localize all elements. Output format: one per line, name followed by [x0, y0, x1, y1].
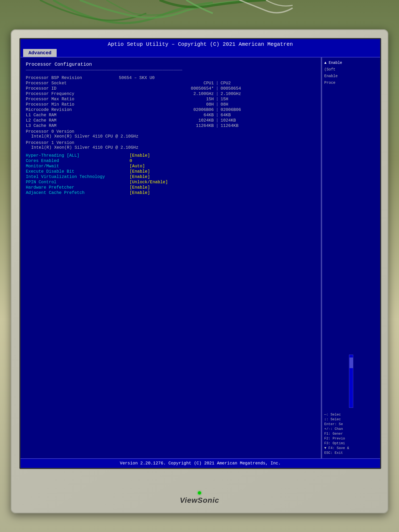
- sidebar-help: ▲ Enable (Soft Enable Proce: [324, 60, 378, 354]
- label-adj-cache: Adjacent Cache Prefetch: [26, 190, 127, 195]
- label-l2: L2 Cache RAM: [26, 118, 116, 123]
- cpu1-l3: 11264KB: [119, 123, 214, 128]
- viewsonic-logo: ViewSonic: [11, 496, 388, 505]
- bios-footer: Version 2.20.1276. Copyright (C) 2021 Am…: [20, 458, 380, 468]
- cpu2-minratio: 08H: [221, 102, 315, 107]
- key-row-esc: ESC: Exit: [324, 451, 378, 455]
- info-row-bsp: Processor BSP Revision 50654 – SKX U0: [26, 76, 315, 80]
- sidebar-help-4: Proce: [324, 80, 378, 86]
- wires-area: [0, 0, 399, 32]
- value-hw-prefetch: [Enable]: [127, 185, 315, 190]
- label-minratio: Processor Min Ratio: [26, 102, 116, 107]
- proc0-version-value: Intel(R) Xeon(R) Silver 4110 CPU @ 2.10G…: [26, 134, 315, 139]
- section-title: Processor Configuration: [26, 62, 315, 67]
- info-row-id: Processor ID 00050654* | 00050654: [26, 86, 315, 91]
- info-row-l3: L3 Cache RAM 11264KB | 11264KB: [26, 123, 315, 128]
- value-hyperthreading: [Enable]: [127, 153, 315, 158]
- setting-row-execute[interactable]: Execute Disable Bit [Enable]: [26, 169, 315, 174]
- value-execute: [Enable]: [127, 169, 315, 174]
- bios-content-panel: Processor Configuration ────────────────…: [20, 57, 322, 458]
- scroll-track[interactable]: [349, 355, 353, 408]
- monitor-bezel: Aptio Setup Utility – Copyright (C) 2021…: [11, 29, 388, 513]
- scrollbar[interactable]: [324, 354, 378, 408]
- cpu1-minratio: 08H: [119, 102, 214, 107]
- sidebar-help-2: (Soft: [324, 67, 378, 72]
- key-row-f3: F3: Optimi: [324, 441, 378, 445]
- info-row-socket: Processor Socket CPU1 | CPU2: [26, 81, 315, 86]
- label-id: Processor ID: [26, 86, 116, 91]
- setting-row-cores[interactable]: Cores Enabled 0: [26, 159, 315, 163]
- wires-svg: [0, 0, 399, 32]
- cpu1-freq: 2.100GHz: [119, 92, 214, 96]
- sidebar-help-3: Enable: [324, 73, 378, 79]
- cpu2-freq: 2.100GHz: [221, 92, 315, 96]
- cpu2-maxratio: 15H: [221, 97, 315, 102]
- proc0-version-label: Processor 0 Version: [26, 129, 315, 134]
- monitor-bottom: ViewSonic: [11, 490, 388, 505]
- info-row-microcode: Microcode Revision 02006B06 | 02006B06: [26, 107, 315, 112]
- sidebar-help-1: ▲ Enable: [324, 60, 378, 66]
- bios-screen: Aptio Setup Utility – Copyright (C) 2021…: [19, 38, 381, 469]
- setting-row-hyperthreading[interactable]: Hyper-Threading [ALL] [Enable]: [26, 153, 315, 158]
- label-hyperthreading: Hyper-Threading [ALL]: [26, 153, 127, 158]
- value-minratio: 08H | 08H: [116, 102, 315, 107]
- section-divider: ────────────────────────────────────────…: [26, 68, 315, 72]
- value-vt: [Enable]: [127, 174, 315, 179]
- value-ppin: [Unlock/Enable]: [127, 180, 315, 185]
- info-row-minratio: Processor Min Ratio 08H | 08H: [26, 102, 315, 107]
- key-row-lr: ↔: Selec: [324, 413, 378, 417]
- key-row-f2: F2: Previo: [324, 437, 378, 440]
- label-monitor: Monitor/Mwait: [26, 164, 127, 169]
- key-row-ud: ↕: Selec: [324, 417, 378, 421]
- cpu2-microcode: 02006B06: [221, 107, 315, 112]
- proc1-version-label: Processor 1 Version: [26, 140, 315, 145]
- value-monitor: [Auto]: [127, 164, 315, 169]
- label-l1: L1 Cache RAM: [26, 113, 116, 118]
- key-help: ↔: Selec ↕: Selec Enter: Se +/-: Chan F1…: [324, 413, 378, 456]
- cpu2-l1: 64KB: [221, 113, 315, 118]
- label-maxratio: Processor Max Ratio: [26, 97, 116, 102]
- key-row-plusminus: +/-: Chan: [324, 427, 378, 431]
- label-execute: Execute Disable Bit: [26, 169, 127, 174]
- bios-sidebar: ▲ Enable (Soft Enable Proce ↔: Selec ↕: …: [322, 57, 380, 458]
- bios-ui: Aptio Setup Utility – Copyright (C) 2021…: [20, 39, 380, 468]
- setting-row-vt[interactable]: Intel Virtualization Technology [Enable]: [26, 174, 315, 179]
- cpu1-maxratio: 15H: [119, 97, 214, 102]
- key-row-enter: Enter: Se: [324, 422, 378, 426]
- label-hw-prefetch: Hardware Prefetcher: [26, 185, 127, 190]
- bios-tabs: Advanced: [20, 49, 380, 57]
- footer-text: Version 2.20.1276. Copyright (C) 2021 Am…: [120, 461, 281, 466]
- label-freq: Processor Frequency: [26, 92, 116, 96]
- bios-titlebar: Aptio Setup Utility – Copyright (C) 2021…: [20, 39, 380, 57]
- bios-title: Aptio Setup Utility – Copyright (C) 2021…: [20, 41, 380, 47]
- value-bsp: 50654 – SKX U0: [116, 76, 315, 80]
- label-ppin: PPIN Control: [26, 180, 127, 185]
- setting-row-adj-cache[interactable]: Adjacent Cache Prefetch [Enable]: [26, 190, 315, 195]
- cpu1-microcode: 02006B06: [119, 107, 214, 112]
- cpu1-id: 00050654*: [119, 86, 214, 91]
- value-socket: CPU1 | CPU2: [116, 81, 315, 86]
- tab-advanced[interactable]: Advanced: [23, 49, 57, 57]
- cpu2-l3: 11264KB: [221, 123, 315, 128]
- settings-section: Hyper-Threading [ALL] [Enable] Cores Ena…: [26, 153, 315, 195]
- key-row-f4: ▼ F4: Save &: [324, 446, 378, 450]
- value-l3: 11264KB | 11264KB: [116, 123, 315, 128]
- info-row-l2: L2 Cache RAM 1024KB | 1024KB: [26, 118, 315, 123]
- setting-row-hw-prefetch[interactable]: Hardware Prefetcher [Enable]: [26, 185, 315, 190]
- value-maxratio: 15H | 15H: [116, 97, 315, 102]
- value-cores: 0: [127, 159, 315, 163]
- key-row-f1: F1: Gener: [324, 432, 378, 436]
- label-socket: Processor Socket: [26, 81, 116, 86]
- setting-row-ppin[interactable]: PPIN Control [Unlock/Enable]: [26, 180, 315, 185]
- setting-row-monitor[interactable]: Monitor/Mwait [Auto]: [26, 164, 315, 169]
- scroll-thumb: [350, 358, 353, 368]
- value-id: 00050654* | 00050654: [116, 86, 315, 91]
- cpu2-id: 00050654: [221, 86, 315, 91]
- info-row-l1: L1 Cache RAM 64KB | 64KB: [26, 113, 315, 118]
- bios-main: Processor Configuration ────────────────…: [20, 57, 380, 458]
- label-cores: Cores Enabled: [26, 159, 127, 163]
- value-l2: 1024KB | 1024KB: [116, 118, 315, 123]
- label-bsp: Processor BSP Revision: [26, 76, 116, 80]
- value-adj-cache: [Enable]: [127, 190, 315, 195]
- value-microcode: 02006B06 | 02006B06: [116, 107, 315, 112]
